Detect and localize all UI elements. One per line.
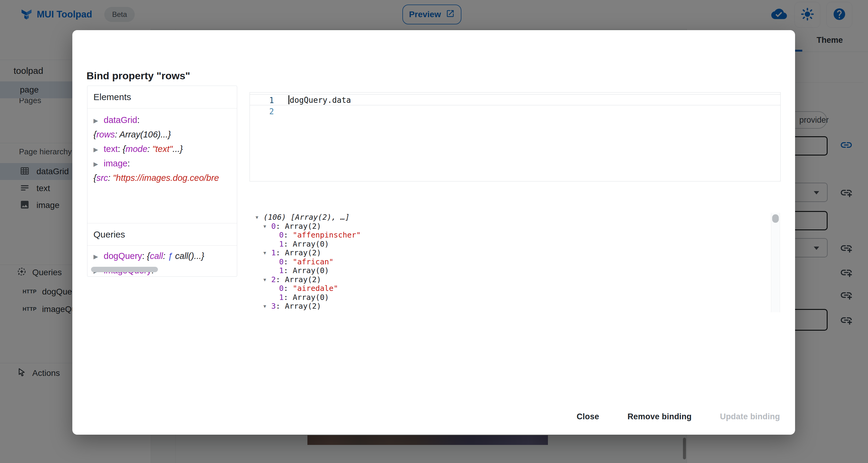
tree-item-text[interactable]: ▶text: {mode: "text"...} <box>93 142 237 156</box>
collapse-arrow-icon[interactable]: ▼ <box>264 222 271 231</box>
line-number: 2 <box>250 107 274 116</box>
collapse-arrow-icon[interactable]: ▼ <box>255 213 264 222</box>
inspector-row: 0: "affenpinscher" <box>250 230 775 240</box>
update-binding-button: Update binding <box>715 408 785 426</box>
inspector-row: 1: Array(0) <box>250 266 775 275</box>
inspector-row[interactable]: ▼(106) [Array(2), …] <box>250 213 775 222</box>
dialog-footer: Close Remove binding Update binding <box>572 408 785 426</box>
tree-item-image[interactable]: ▶image: <box>93 156 237 171</box>
expand-arrow-icon[interactable]: ▶ <box>93 157 104 171</box>
line-number: 1 <box>250 96 274 105</box>
bind-property-dialog: Bind property "rows" Scope Elements ▶dat… <box>72 30 795 435</box>
inspector-row[interactable]: ▼0: Array(2) <box>250 222 775 231</box>
expand-arrow-icon[interactable]: ▶ <box>93 142 104 156</box>
collapse-arrow-icon[interactable]: ▼ <box>264 302 271 311</box>
inspector-row[interactable]: ▼2: Array(2) <box>250 275 775 284</box>
tree-item-datagrid-preview: {rows: Array(106)...} <box>93 127 237 142</box>
inspector-row: 1: Array(0) <box>250 240 775 249</box>
result-object-inspector: ▼(106) [Array(2), …] ▼0: Array(2) 0: "af… <box>250 213 775 313</box>
editor-code-line[interactable]: dogQuery.data <box>288 95 351 104</box>
inspector-row: 0: "airedale" <box>250 284 775 293</box>
code-editor[interactable]: 1 2 dogQuery.data <box>250 92 781 182</box>
text-cursor <box>288 95 289 104</box>
tree-item-dogquery[interactable]: ▶dogQuery: {call: ƒ call()...} <box>93 249 204 263</box>
collapse-arrow-icon[interactable]: ▼ <box>264 249 271 258</box>
collapse-arrow-icon[interactable]: ▼ <box>264 276 271 284</box>
close-button[interactable]: Close <box>572 408 604 426</box>
inspector-row[interactable]: ▼1: Array(2) <box>250 248 775 257</box>
inspector-row[interactable]: ▼3: Array(2) <box>250 302 775 311</box>
dialog-title: Bind property "rows" <box>87 70 190 82</box>
elements-tree: ▶dataGrid: {rows: Array(106)...} ▶text: … <box>87 109 237 185</box>
remove-binding-button[interactable]: Remove binding <box>623 408 696 426</box>
scope-browser: Elements ▶dataGrid: {rows: Array(106)...… <box>87 86 237 277</box>
queries-header: Queries <box>87 223 237 246</box>
horizontal-scrollbar[interactable] <box>90 266 234 274</box>
tree-item-image-preview: {src: "https://images.dog.ceo/bre <box>93 171 237 185</box>
elements-header: Elements <box>87 86 237 109</box>
expand-arrow-icon[interactable]: ▶ <box>93 113 104 127</box>
tree-item-datagrid[interactable]: ▶dataGrid: <box>93 113 237 127</box>
inspector-row: 0: "african" <box>250 257 775 267</box>
scrollbar-thumb[interactable] <box>772 214 779 223</box>
inspector-row: 1: Array(0) <box>250 293 775 302</box>
scrollbar-thumb[interactable] <box>91 267 158 272</box>
inspector-scrollbar[interactable] <box>771 213 780 312</box>
app-root: MUI Toolpad Beta Preview <box>0 0 868 463</box>
expand-arrow-icon[interactable]: ▶ <box>93 249 104 263</box>
